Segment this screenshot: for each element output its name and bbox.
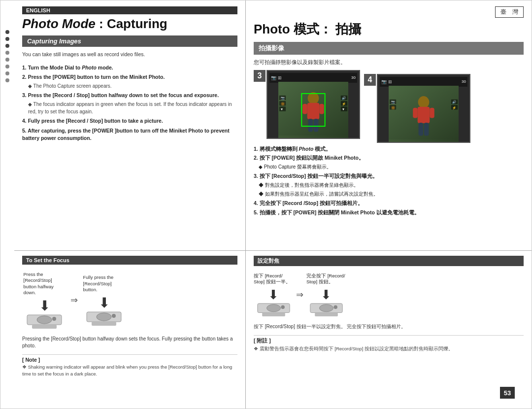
svg-rect-36 (32, 325, 57, 329)
description-chinese: 您可拍攝靜態影像以及錄製影片檔案。 (254, 59, 524, 66)
cn-step-5: 5. 拍攝後，按下 [POWER] 按鈕關閉 Miniket Photo 以避免… (254, 208, 524, 217)
cn-step-2: 2. 按下 [POWER] 按鈕以開啟 Miniket Photo。 (254, 154, 524, 162)
page-title-english: Photo Mode : Capturing (22, 16, 237, 32)
viewfinder-photo-3: 📷 🔆 ▼ 🔊 ⚡ (278, 82, 348, 138)
cn-diagram-step2: 完全按下 [Record/ Stop] 按鈕。 ⬇ (306, 273, 346, 316)
child-illustration-4: 🔊 ⚡ 📷 🔆 (389, 86, 459, 142)
page: ENGLISH Photo Mode : Capturing Capturing… (0, 0, 532, 409)
svg-text:▼: ▼ (342, 107, 345, 111)
step-3: 3. Press the [Record / Stop] button half… (22, 92, 237, 100)
cam-icon-photo: 📷 (271, 75, 276, 80)
note-label-english: [ Note ] (22, 357, 237, 363)
section-header-chinese: 拍攝影像 (254, 42, 524, 55)
step4-image-group: 4 📷 ⊞ 30 (364, 74, 470, 143)
focus-description: Pressing the [Record/Stop] button halfwa… (22, 336, 237, 349)
step-2-bullet: The Photo Capture screen appears. (22, 82, 237, 90)
dot (5, 30, 9, 34)
device-illustration-2 (84, 311, 124, 326)
note-text-english: Shaking warning indicator will appear an… (22, 364, 237, 377)
focus-info-box-english: To Set the Focus Press the [Record/Stop]… (14, 251, 246, 409)
bottom-section: To Set the Focus Press the [Record/Stop]… (14, 251, 532, 409)
svg-point-21 (418, 96, 430, 108)
cn-step-2b: Photo Capture 螢幕將會顯示。 (254, 163, 524, 171)
page-title-chinese: Photo 模式： 拍攝 (254, 21, 524, 38)
down-arrow-2: ⬇ (99, 295, 110, 311)
dot (5, 71, 9, 75)
arrow-right-1: ⇒ (70, 295, 78, 306)
step-4: 4. Fully press the [Record / Stop] butto… (22, 117, 237, 125)
svg-text:⚡: ⚡ (342, 101, 346, 105)
cn-device-2 (308, 303, 345, 316)
camera-viewfinder-step3: 📷 ⊞ 30 (266, 70, 360, 139)
step-5: 5. After capturing, press the [POWER ]bu… (22, 127, 237, 143)
svg-rect-24 (430, 107, 434, 118)
camera-viewfinder-step4: 📷 ⊞ 30 (377, 74, 470, 143)
steps-list-english: 1. Turn the Mode Dial to Photo mode. 2. … (22, 62, 237, 144)
svg-rect-2 (307, 102, 320, 119)
camera-rows: 3 📷 ⊞ 30 (254, 70, 524, 143)
focus-box-header-english: To Set the Focus (22, 256, 237, 265)
note-section-english: [ Note ] Shaking warning indicator will … (22, 354, 237, 377)
svg-point-42 (112, 314, 116, 318)
step3-image-group: 3 📷 ⊞ 30 (254, 70, 360, 143)
svg-rect-3 (302, 103, 307, 114)
svg-text:▼: ▼ (280, 107, 284, 111)
cn-focus-description: 按下 [Record/Stop] 按鈕一半以設定對焦。 完全按下按鈕可拍攝相片。 (254, 323, 524, 330)
step4-badge: 4 (364, 74, 376, 86)
left-column: ENGLISH Photo Mode : Capturing Capturing… (14, 0, 246, 250)
cn-arrow-right: ⇒ (296, 289, 303, 300)
cn-device-1 (255, 303, 292, 316)
cam-icon-photo-4: 📷 (381, 79, 387, 84)
title-italic-part: Photo Mode (22, 16, 96, 31)
svg-point-41 (97, 313, 111, 321)
cam-top-controls-4: 📷 ⊞ 30 (380, 77, 467, 87)
cn-step-3b: 對焦設定後，對焦指示器將會呈綠色顯示。 (254, 181, 524, 189)
svg-rect-44 (262, 312, 285, 316)
cn-step-3: 3. 按下 [Record/Stop] 按鈕一半可設定對焦與曝光。 (254, 172, 524, 180)
svg-rect-48 (315, 312, 338, 316)
dot (5, 37, 9, 41)
svg-point-46 (281, 305, 284, 308)
steps-list-chinese: 1. 將模式轉盤轉到 Photo 模式。 2. 按下 [POWER] 按鈕以開啟… (254, 145, 524, 218)
svg-rect-5 (308, 119, 313, 132)
focus-box-header-chinese: 設定對焦 (254, 256, 524, 266)
svg-rect-40 (92, 322, 116, 326)
cn-down-arrow-2: ⬇ (321, 287, 332, 303)
svg-text:🔆: 🔆 (391, 105, 396, 109)
cam-icon-grid: ⊞ (278, 75, 282, 80)
dot (5, 78, 9, 82)
svg-point-50 (333, 305, 337, 308)
svg-text:⚡: ⚡ (452, 105, 457, 109)
device-illustration-1 (25, 314, 64, 329)
description-english: You can take still images as well as rec… (22, 51, 237, 58)
cam-timer-4: 30 (462, 79, 466, 84)
svg-text:📷: 📷 (391, 100, 396, 104)
diagram-step2-text: Fully press the [Record/Stop] button. (83, 274, 125, 293)
child-illustration-3: 📷 🔆 ▼ 🔊 ⚡ (278, 82, 348, 138)
page-number: 53 (500, 387, 515, 399)
diagram-step1: Press the [Record/Stop] button halfway d… (22, 272, 66, 329)
down-arrow-1: ⬇ (39, 298, 50, 314)
diagram-area-english: Press the [Record/Stop] button halfway d… (22, 272, 237, 329)
focus-info-box-chinese: 設定對焦 按下 [Record/ Stop] 按鈕一半。 ⬇ ⇒ (246, 251, 532, 409)
svg-point-37 (37, 316, 52, 324)
cn-diagram-area: 按下 [Record/ Stop] 按鈕一半。 ⬇ ⇒ 完全按下 [Record… (254, 273, 524, 316)
cn-step-1: 1. 將模式轉盤轉到 Photo 模式。 (254, 145, 524, 153)
title-normal-part: : Capturing (99, 16, 167, 31)
svg-text:🔊: 🔊 (342, 96, 346, 100)
note-section-chinese: [ 附註 ] 震動警告指示器會在您長時間按下 [Record/Stop] 按鈕以… (254, 335, 524, 352)
cn-step-3c: 如果對焦指示器呈紅色顯示，請嘗試再次設定對焦。 (254, 190, 524, 198)
svg-rect-6 (314, 119, 318, 132)
svg-rect-22 (418, 106, 430, 123)
dot (5, 51, 9, 55)
note-label-chinese: [ 附註 ] (254, 338, 524, 344)
svg-rect-23 (413, 107, 417, 118)
svg-text:📷: 📷 (281, 96, 285, 100)
sidebar-decoration (0, 0, 14, 409)
svg-text:🔊: 🔊 (452, 100, 457, 104)
cam-icon-grid-4: ⊞ (388, 79, 392, 84)
svg-point-45 (266, 304, 280, 311)
cn-step-4: 4. 完全按下 [Record /Stop] 按鈕可拍攝相片。 (254, 199, 524, 207)
diagram-step1-text: Press the [Record/Stop] button halfway d… (24, 272, 66, 296)
dot (5, 44, 9, 48)
